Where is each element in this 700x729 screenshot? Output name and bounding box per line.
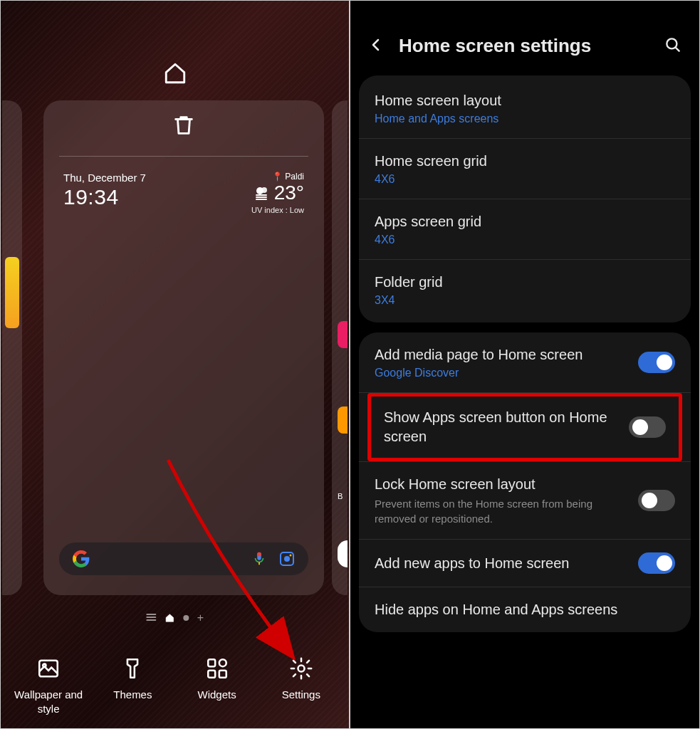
row-subtitle: Prevent items on the Home screen from be… [375,496,625,526]
show-apps-button-row[interactable]: Show Apps screen button on Home screen [371,397,679,458]
panel-indicator-icon [146,614,156,622]
add-page-icon[interactable]: + [197,612,204,624]
row-title: Hide apps on Home and Apps screens [375,600,675,619]
settings-header: Home screen settings [350,1,699,75]
temperature-label: 23° [251,182,304,204]
folder-grid-row[interactable]: Folder grid 3X4 [359,260,691,320]
apps-screen-grid-row[interactable]: Apps screen grid 4X6 [359,199,691,260]
peek-app-label: B [338,492,343,500]
add-media-page-row[interactable]: Add media page to Home screen Google Dis… [359,332,691,393]
themes-button[interactable]: Themes [93,656,172,715]
svg-rect-8 [208,671,215,678]
editor-toolbar: Wallpaper and style Themes Widgets Setti… [6,656,343,715]
home-page-preview[interactable]: Thu, December 7 19:34 📍 Paldi 23° UV ind… [43,100,324,595]
show-apps-button-toggle[interactable] [629,416,666,438]
row-title: Show Apps screen button on Home screen [384,408,616,446]
home-page-dot [164,613,174,623]
row-title: Home screen grid [375,152,675,171]
home-screen-layout-row[interactable]: Home screen layout Home and Apps screens [359,78,691,139]
peek-app-icon [338,321,348,348]
row-subtitle: 4X6 [375,173,675,186]
svg-point-4 [290,555,292,557]
widgets-icon [205,656,229,681]
page-preview-prev[interactable] [2,100,22,595]
row-title: Home screen layout [375,91,675,110]
svg-rect-7 [208,659,215,666]
row-subtitle: 3X4 [375,294,675,307]
lens-icon[interactable] [278,550,296,567]
peek-app-icon [338,407,348,434]
row-title: Apps screen grid [375,212,675,231]
peek-app-icon [338,540,348,567]
uv-label: UV index : Low [251,206,304,214]
row-subtitle: Home and Apps screens [375,112,675,125]
widgets-label: Widgets [198,688,236,702]
svg-point-3 [284,556,290,562]
weather-icon [253,184,270,201]
google-search-bar[interactable] [59,542,308,575]
widgets-button[interactable]: Widgets [178,656,256,715]
highlight-annotation: Show Apps screen button on Home screen [367,393,682,461]
row-title: Lock Home screen layout [375,475,625,494]
lock-layout-toggle[interactable] [638,490,675,511]
mic-icon[interactable] [251,551,267,567]
lock-layout-row[interactable]: Lock Home screen layout Prevent items on… [359,461,691,540]
options-settings-group: Add media page to Home screen Google Dis… [359,332,691,632]
date-label: Thu, December 7 [63,172,146,184]
time-label: 19:34 [63,185,146,209]
wallpaper-label: Wallpaper and style [9,688,88,715]
home-screen-grid-row[interactable]: Home screen grid 4X6 [359,139,691,199]
add-new-apps-toggle[interactable] [638,552,675,574]
location-label: 📍 Paldi [251,172,304,182]
hide-apps-row[interactable]: Hide apps on Home and Apps screens [359,587,691,632]
google-icon [72,550,90,568]
svg-point-10 [219,659,226,666]
svg-rect-9 [219,671,226,678]
layout-settings-group: Home screen layout Home and Apps screens… [359,75,691,322]
row-subtitle: 4X6 [375,234,675,246]
weather-widget: Thu, December 7 19:34 📍 Paldi 23° UV ind… [63,172,304,214]
row-title: Folder grid [375,273,675,292]
search-button[interactable] [664,36,682,57]
row-subtitle: Google Discover [375,367,625,379]
home-editor-screen: Thu, December 7 19:34 📍 Paldi 23° UV ind… [0,0,350,729]
gear-icon [289,656,313,681]
add-media-page-toggle[interactable] [638,352,675,373]
settings-label: Settings [282,688,320,702]
settings-button[interactable]: Settings [262,656,340,715]
svg-point-11 [298,665,304,671]
settings-screen: Home screen settings Home screen layout … [350,0,700,729]
wallpaper-button[interactable]: Wallpaper and style [9,656,88,715]
themes-icon [120,656,145,681]
row-title: Add new apps to Home screen [375,554,625,573]
divider [59,156,308,157]
themes-label: Themes [113,688,152,702]
add-new-apps-row[interactable]: Add new apps to Home screen [359,540,691,587]
home-icon [163,61,187,88]
wallpaper-icon [36,656,61,681]
page-indicator: + [146,612,204,624]
page-title: Home screen settings [399,35,591,57]
trash-icon[interactable] [172,113,196,140]
row-title: Add media page to Home screen [375,345,625,364]
page-dot [183,615,189,621]
back-button[interactable] [367,36,385,56]
svg-point-1 [256,187,263,194]
